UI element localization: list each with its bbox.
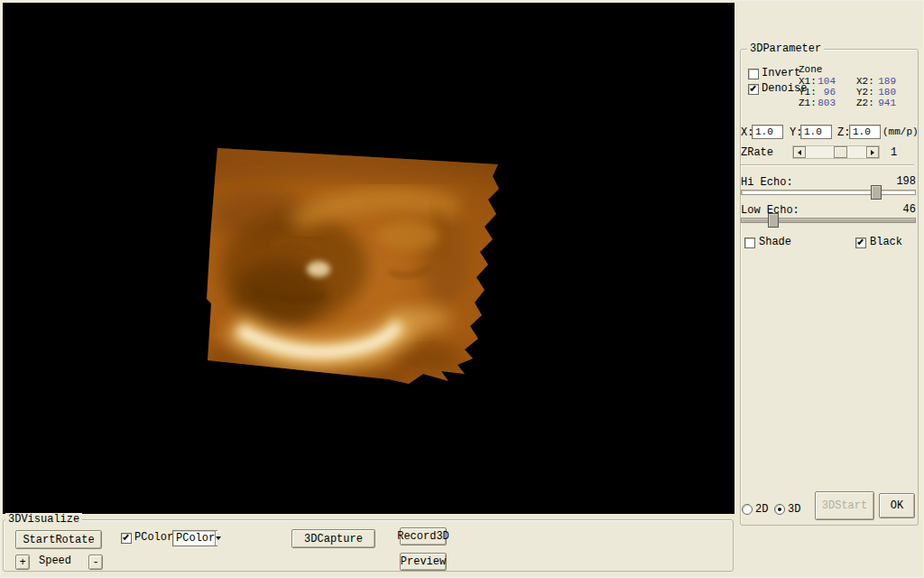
- x-scale-input[interactable]: [752, 125, 783, 139]
- ultrasound-volume-render: [3, 3, 735, 514]
- check-icon: [857, 238, 864, 245]
- pcolor-dropdown-value: PColor: [173, 532, 215, 545]
- speed-plus-button[interactable]: +: [15, 555, 30, 570]
- shade-label: Shade: [759, 237, 791, 248]
- visualize-group-title: 3DVisualize: [5, 513, 82, 526]
- visualize-panel: 3DVisualize StartRotate PColor PColor + …: [1, 514, 735, 578]
- ok-button[interactable]: OK: [879, 493, 915, 518]
- zrate-scrollbar[interactable]: [792, 145, 880, 159]
- invert-label: Invert: [762, 68, 800, 79]
- check-icon: [123, 534, 129, 540]
- denoise-checkbox[interactable]: [748, 84, 759, 95]
- separator: [741, 164, 914, 166]
- hi-echo-slider-thumb[interactable]: [871, 185, 882, 200]
- black-checkbox[interactable]: [855, 238, 866, 248]
- 3dcapture-button[interactable]: 3DCapture: [291, 529, 375, 548]
- pcolor-dropdown[interactable]: PColor: [172, 530, 217, 546]
- app-window: 3DParameter Invert Denoise Zone X1: 104 …: [0, 0, 924, 578]
- zrate-label: ZRate: [741, 147, 773, 159]
- parameter-group-title: 3DParameter: [747, 42, 824, 55]
- arrow-right-icon: [871, 150, 874, 155]
- speed-label: Speed: [39, 555, 71, 567]
- zone-z1-value: 803: [804, 98, 836, 109]
- pcolor-checkbox[interactable]: [121, 533, 132, 544]
- z-scale-input[interactable]: [849, 125, 881, 139]
- arrow-left-icon: [798, 150, 801, 155]
- zone-z2-value: 941: [864, 98, 896, 109]
- check-icon: [750, 85, 756, 91]
- 3d-viewport[interactable]: [3, 3, 735, 514]
- shade-checkbox[interactable]: [744, 238, 755, 248]
- parameter-panel: 3DParameter Invert Denoise Zone X1: 104 …: [735, 1, 924, 578]
- zrate-scroll-left-button[interactable]: [793, 146, 806, 158]
- pcolor-dropdown-button[interactable]: [215, 531, 221, 545]
- chevron-down-icon: [216, 536, 221, 540]
- low-echo-slider[interactable]: [741, 218, 916, 223]
- hi-echo-value: 198: [880, 176, 916, 188]
- mode-3d-label: 3D: [788, 504, 800, 516]
- speed-minus-button[interactable]: -: [88, 555, 103, 570]
- y-scale-input[interactable]: [800, 125, 832, 139]
- low-echo-slider-thumb[interactable]: [768, 213, 779, 228]
- 3dstart-button[interactable]: 3DStart: [815, 491, 874, 520]
- zrate-value: 1: [891, 147, 897, 159]
- pcolor-label: PColor: [134, 532, 173, 544]
- invert-checkbox[interactable]: [748, 69, 759, 79]
- start-rotate-button[interactable]: StartRotate: [15, 530, 102, 549]
- preview-button[interactable]: Preview: [400, 553, 447, 571]
- hi-echo-label: Hi Echo:: [741, 177, 793, 189]
- scale-unit-label: (mm/p): [882, 126, 919, 138]
- hi-echo-slider[interactable]: [741, 190, 916, 195]
- record3d-button[interactable]: Record3D: [400, 527, 447, 545]
- mode-3d-radio[interactable]: [774, 504, 785, 515]
- black-label: Black: [870, 237, 902, 248]
- zone-label: Zone: [799, 64, 822, 76]
- low-echo-value: 46: [880, 204, 916, 216]
- mode-2d-label: 2D: [755, 504, 768, 516]
- zrate-scroll-thumb[interactable]: [834, 146, 847, 158]
- parameter-groupbox: 3DParameter: [740, 49, 919, 526]
- zrate-scroll-right-button[interactable]: [866, 146, 879, 158]
- mode-2d-radio[interactable]: [742, 504, 753, 515]
